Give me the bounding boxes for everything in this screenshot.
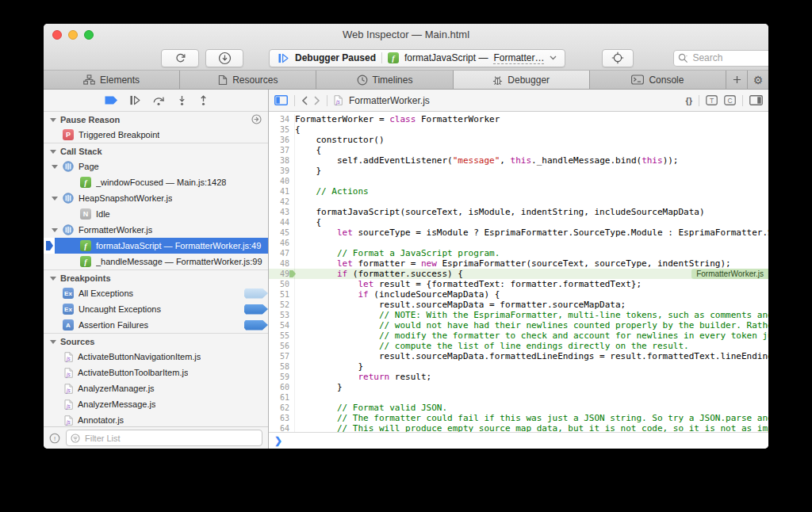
section-header-call-stack[interactable]: Call Stack [44,143,268,159]
code-line[interactable]: 56 // compute the list of line endings d… [269,341,768,351]
disclosure-triangle-icon[interactable] [52,228,58,232]
pause-reason-item[interactable]: PTriggered Breakpoint [44,127,268,143]
breakpoint-toggle[interactable] [244,304,268,315]
code-line[interactable]: 50 let result = {formattedText: formatte… [269,279,768,289]
call-stack-frame-selected[interactable]: fformatJavaScript — FormatterWorker.js:4… [44,238,268,254]
file-name[interactable]: FormatterWorker.js [349,95,430,106]
call-stack-frame[interactable]: f_handleMessage — FormatterWorker.js:99 [44,254,268,269]
toggle-right-sidebar-icon[interactable] [749,95,763,105]
paused-function-menu[interactable]: Formatter… [493,52,544,64]
line-number[interactable]: 53 [269,310,295,320]
code-line[interactable]: 34FormatterWorker = class FormatterWorke… [269,114,768,124]
line-number[interactable]: 58 [269,361,295,372]
line-number[interactable]: 54 [269,320,295,331]
breakpoint-item[interactable]: ExUncaught Exceptions [44,301,268,317]
code-line[interactable]: 44 { [269,217,768,227]
line-number[interactable]: 44 [269,217,295,227]
filter-list-input[interactable] [83,433,258,444]
line-number[interactable]: 63 [269,413,295,423]
zoom-window-button[interactable] [84,30,94,40]
code-line[interactable]: 54 // would not have had their newlines … [269,320,768,331]
code-line[interactable]: 53 // NOTE: With the EsprimaFormatter, m… [269,310,768,320]
code-line[interactable]: 51 if (includeSourceMapData) { [269,289,768,300]
breakpoint-toggle[interactable] [244,320,268,331]
breakpoint-item[interactable]: AAssertion Failures [44,317,268,333]
source-file-item[interactable]: js ActivateButtonToolbarItem.js [44,365,268,380]
code-line[interactable]: 36 constructor() [269,135,768,145]
call-stack-thread[interactable]: FormatterWorker.js [44,222,268,238]
code-line[interactable]: 58 } [269,361,768,372]
code-line[interactable]: 62 // Format valid JSON. [269,403,768,413]
code-line[interactable]: 64 // This will produce empty source map… [269,423,768,432]
disclosure-triangle-icon[interactable] [50,150,56,154]
source-file-item[interactable]: js ActivateButtonNavigationItem.js [44,349,268,365]
pause-resume-button[interactable] [129,95,141,105]
reload-button[interactable] [161,49,199,67]
code-line-current[interactable]: 49 if (formatter.success) {FormatterWork… [269,269,768,279]
toggle-left-sidebar-icon[interactable] [274,95,288,105]
code-line[interactable]: 60 } [269,382,768,392]
chevron-down-icon[interactable] [550,55,557,60]
code-line[interactable]: 45 let sourceType = isModule ? EsprimaFo… [269,227,768,238]
tab-debugger[interactable]: Debugger [454,71,590,89]
tab-timelines[interactable]: Timelines [316,71,453,89]
line-number[interactable]: 43 [269,207,295,217]
type-profiler-icon[interactable]: T [706,95,718,105]
code-line[interactable]: 57 result.sourceMapData.formattedLineEnd… [269,351,768,361]
debugger-paused-label[interactable]: Debugger Paused [295,52,376,63]
tab-elements[interactable]: Elements [44,71,180,89]
code-line[interactable]: 38 self.addEventListener("message", this… [269,155,768,166]
tab-console[interactable]: Console [590,71,726,89]
section-header-pause-reason[interactable]: Pause Reason [44,112,268,127]
tab-resources[interactable]: Resources [180,71,316,89]
settings-button[interactable]: ⚙ [748,71,768,89]
disclosure-triangle-icon[interactable] [50,277,56,281]
code-line[interactable]: 47 // Format a JavaScript program. [269,248,768,258]
line-number[interactable]: 61 [269,392,295,403]
code-line[interactable]: 42 [269,197,768,207]
disclosure-triangle-icon[interactable] [52,165,58,169]
call-stack-thread[interactable]: Page [44,159,268,174]
line-number[interactable]: 62 [269,403,295,413]
code-line[interactable]: 52 result.sourceMapData = formatter.sour… [269,300,768,310]
line-number[interactable]: 38 [269,155,295,166]
disclosure-triangle-icon[interactable] [52,197,58,201]
section-header-breakpoints[interactable]: Breakpoints [44,270,268,285]
pretty-print-icon[interactable]: {} [685,96,692,105]
line-number[interactable]: 60 [269,382,295,392]
code-line[interactable]: 40 [269,176,768,186]
line-number[interactable]: 45 [269,227,295,238]
line-number[interactable]: 50 [269,279,295,289]
line-number[interactable]: 47 [269,248,295,258]
source-file-item[interactable]: js AnalyzerMessage.js [44,396,268,412]
line-number[interactable]: 57 [269,351,295,361]
line-number[interactable]: 51 [269,289,295,300]
line-number[interactable]: 39 [269,166,295,176]
line-number[interactable]: 55 [269,331,295,341]
line-number[interactable]: 46 [269,238,295,248]
filter-field[interactable] [66,430,262,446]
code-line[interactable]: 35{ [269,124,768,135]
line-number[interactable]: 35 [269,124,295,135]
back-icon[interactable] [301,96,308,105]
code-line[interactable]: 37 { [269,145,768,155]
source-file-item[interactable]: js AnalyzerManager.js [44,380,268,396]
forward-icon[interactable] [314,96,320,105]
exception-info-icon[interactable]: ! [49,433,60,444]
line-number[interactable]: 56 [269,341,295,351]
pause-play-icon[interactable] [278,53,289,63]
code-line[interactable]: 61 [269,392,768,403]
line-number[interactable]: 49 [269,269,295,279]
step-over-button[interactable] [152,95,166,105]
line-number[interactable]: 42 [269,197,295,207]
code-coverage-icon[interactable]: C [724,95,736,105]
code-line[interactable]: 43 formatJavaScript(sourceText, isModule… [269,207,768,217]
call-stack-frame[interactable]: NIdle [44,206,268,222]
line-number[interactable]: 59 [269,372,295,382]
minimize-window-button[interactable] [68,30,78,40]
line-number[interactable]: 34 [269,114,295,124]
download-button[interactable] [205,49,243,67]
line-number[interactable]: 48 [269,258,295,269]
disclosure-triangle-icon[interactable] [50,118,56,122]
code-line[interactable]: 48 let formatter = new EsprimaFormatter(… [269,258,768,269]
